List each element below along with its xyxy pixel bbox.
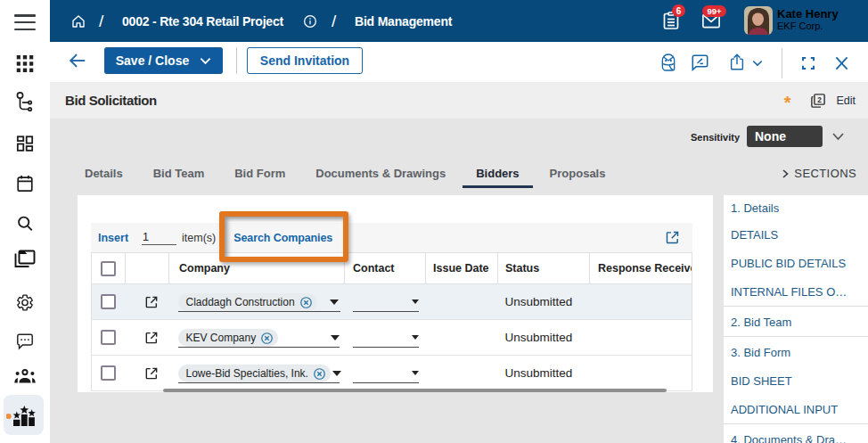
svg-text:2: 2 [818, 95, 823, 103]
